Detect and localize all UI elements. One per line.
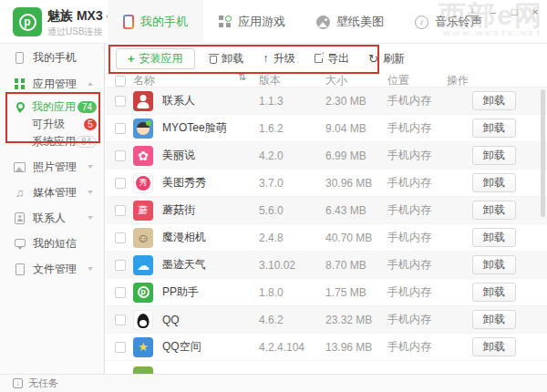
app-location: 手机内存: [387, 175, 472, 191]
table-row: 联系人 1.1.3 2.30 MB 手机内存 卸载: [106, 88, 547, 115]
tab-wallpapers[interactable]: 壁纸美图: [301, 0, 399, 44]
tab-my-phone[interactable]: 我的手机: [108, 0, 203, 44]
app-version: 1.1.3: [259, 95, 325, 108]
app-grid-icon: [13, 78, 26, 89]
app-version: 3.7.0: [259, 177, 325, 190]
sidebar-item-app-management[interactable]: 应用管理: [0, 71, 104, 97]
upgrade-button[interactable]: ↑ 升级: [263, 51, 295, 67]
app-size: 2.30 MB: [325, 95, 387, 108]
minimize-button[interactable]: –: [487, 5, 500, 18]
row-checkbox[interactable]: [115, 123, 126, 134]
app-location: 手机内存: [387, 339, 472, 355]
app-location: 手机内存: [387, 93, 472, 108]
device-name: 魅族 MX3: [47, 8, 103, 23]
close-button[interactable]: ×: [529, 5, 542, 18]
connection-status: 通过USB连接: [47, 26, 103, 38]
app-location: 手机内存: [387, 120, 472, 136]
uninstall-button[interactable]: 卸载: [472, 310, 516, 329]
app-version: 2.4.8: [259, 232, 325, 244]
main-tabs: 我的手机 应用游戏 壁纸美图 ♪ 音乐铃声: [108, 0, 498, 44]
app-location: 手机内存: [387, 230, 472, 245]
uninstall-button[interactable]: 卸载: [472, 173, 516, 192]
app-location: 手机内存: [387, 202, 472, 218]
refresh-icon: ↻: [368, 54, 378, 64]
export-button[interactable]: 导出: [315, 51, 349, 67]
column-header-version: 版本: [259, 73, 325, 88]
row-checkbox[interactable]: [115, 96, 126, 107]
logo-letter: p: [19, 14, 36, 31]
row-checkbox[interactable]: [115, 342, 126, 353]
row-checkbox[interactable]: [115, 287, 126, 298]
system-apps-count-badge: 84: [76, 136, 97, 148]
uninstall-button[interactable]: 卸载: [472, 283, 516, 302]
refresh-button[interactable]: ↻ 刷新: [368, 51, 405, 67]
row-checkbox[interactable]: [115, 315, 126, 325]
table-row: ✿ 美丽说 4.2.0 6.99 MB 手机内存 卸载: [106, 142, 547, 170]
contact-card-icon: [13, 212, 26, 224]
row-checkbox[interactable]: [115, 260, 126, 271]
tab-apps-games[interactable]: 应用游戏: [203, 0, 301, 44]
sort-icon[interactable]: ⇅: [238, 71, 246, 83]
sidebar-item-photo-management[interactable]: 照片管理: [0, 154, 104, 180]
install-app-button[interactable]: + 安装应用: [116, 48, 195, 69]
app-icon: p: [133, 283, 153, 303]
uninstall-button[interactable]: 卸载: [472, 228, 516, 247]
app-management-submenu: 我的应用 74 可升级 5 系统应用 84: [0, 97, 104, 154]
main-content: + 安装应用 卸载 ↑ 升级 导出 ↻ 刷新: [106, 44, 547, 374]
row-checkbox[interactable]: [115, 205, 126, 216]
sidebar-item-contacts[interactable]: 联系人: [0, 205, 104, 231]
row-checkbox[interactable]: [115, 150, 126, 161]
sidebar-item-system-apps[interactable]: 系统应用 84: [0, 133, 104, 150]
app-name: 联系人: [162, 93, 259, 108]
pp-assistant-window: p 魅族 MX3 ▾ 通过USB连接 西部e网 WWW.WESTE.NET 我的…: [0, 0, 547, 392]
column-header-name: 名称 ⇅: [133, 73, 259, 88]
sidebar-item-upgradable[interactable]: 可升级 5: [0, 116, 104, 133]
table-row: ☁ 墨迹天气 3.10.02 8.70 MB 手机内存 卸载: [106, 252, 547, 279]
chevron-down-icon: [88, 216, 93, 220]
app-name: QQ空间: [162, 339, 259, 355]
my-apps-count-badge: 74: [77, 101, 97, 113]
uninstall-button[interactable]: 卸载: [472, 146, 516, 165]
uninstall-button[interactable]: 卸载: [210, 51, 243, 67]
app-location: 手机内存: [387, 312, 472, 327]
select-all-checkbox[interactable]: [115, 76, 126, 87]
photo-icon: [13, 162, 26, 172]
app-version: 3.10.02: [259, 259, 325, 272]
phone-icon: [123, 15, 134, 29]
app-version: 1.8.0: [259, 286, 325, 299]
plus-icon: +: [128, 52, 135, 66]
app-icon: [133, 310, 153, 330]
wallpaper-icon: [316, 15, 330, 29]
sidebar-item-media-management[interactable]: ♫ 媒体管理: [0, 180, 104, 205]
uninstall-button[interactable]: 卸载: [472, 119, 516, 138]
uninstall-button[interactable]: 卸载: [472, 201, 516, 220]
app-version: 5.6.0: [259, 204, 325, 217]
app-size: 30.96 MB: [325, 177, 387, 190]
app-name: 美丽说: [162, 148, 259, 163]
pp-assistant-logo-icon: p: [13, 7, 42, 36]
table-row: 蘑 蘑菇街 5.6.0 6.43 MB 手机内存 卸载: [106, 197, 547, 224]
column-header-action: 操作: [447, 73, 547, 88]
uninstall-button[interactable]: 卸载: [472, 255, 516, 274]
sidebar-item-my-apps[interactable]: 我的应用 74: [0, 98, 104, 116]
app-name: PP助手: [162, 284, 259, 300]
scrollbar-thumb[interactable]: [541, 89, 545, 217]
device-selector[interactable]: 魅族 MX3 ▾: [47, 8, 111, 25]
maximize-button[interactable]: □: [508, 5, 521, 18]
row-checkbox[interactable]: [115, 178, 126, 189]
app-name: 美图秀秀: [162, 175, 259, 191]
sidebar-item-file-management[interactable]: 文件管理: [0, 256, 104, 282]
table-row: MYOTee脸萌 1.6.2 9.04 MB 手机内存 卸载: [106, 115, 547, 142]
app-size: 9.04 MB: [325, 122, 387, 135]
skin-icon[interactable]: ↓: [466, 5, 479, 16]
file-icon: [13, 263, 26, 275]
sidebar-item-my-phone[interactable]: 我的手机: [0, 44, 104, 71]
upgradable-count-badge: 5: [84, 119, 97, 130]
uninstall-button[interactable]: 卸载: [472, 91, 516, 110]
uninstall-button[interactable]: 卸载: [472, 337, 516, 356]
app-size: 6.43 MB: [325, 204, 387, 217]
toolbar: + 安装应用 卸载 ↑ 升级 导出 ↻ 刷新: [106, 44, 547, 73]
app-version: 1.6.2: [259, 122, 325, 135]
sidebar-item-sms[interactable]: 我的短信: [0, 231, 104, 256]
row-checkbox[interactable]: [115, 232, 126, 243]
